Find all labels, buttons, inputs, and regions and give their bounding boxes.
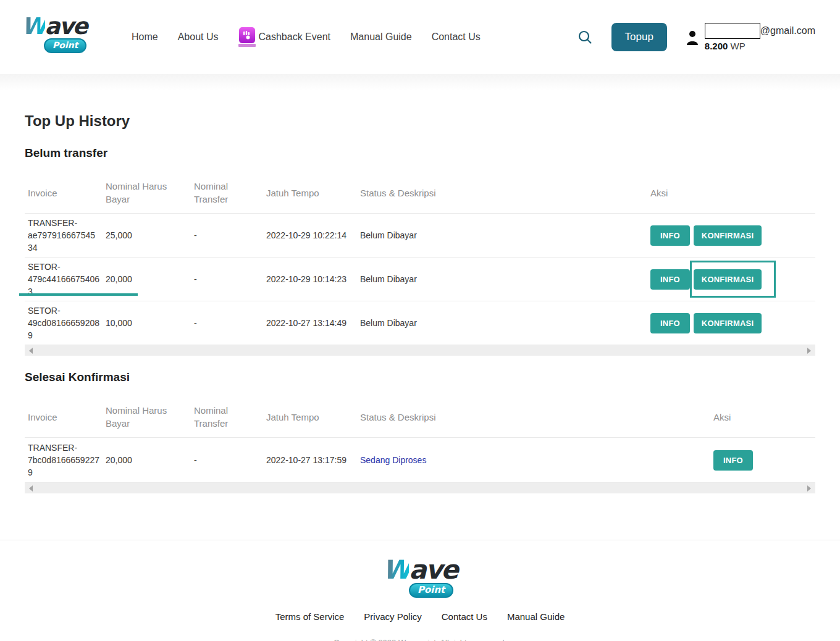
user-icon[interactable] — [686, 30, 699, 48]
nav-cashback-label: Cashback Event — [259, 31, 331, 43]
jatuh-tempo-cell: 2022-10-27 13:17:59 — [266, 455, 360, 465]
header-divider — [0, 74, 840, 93]
table-row-highlighted: SETOR-479c441666754063 20,000 - 2022-10-… — [25, 258, 815, 301]
nav-cashback-event[interactable]: Cashback Event — [238, 27, 331, 47]
topup-button[interactable]: Topup — [611, 23, 667, 51]
logo-wordmark: Wave — [22, 13, 87, 40]
nominal-harus-bayar-cell: 10,000 — [106, 318, 194, 328]
copyright-text: Copyright © 2022 Wavepoint. All rights r… — [0, 638, 840, 641]
nominal-transfer-cell: - — [194, 318, 266, 328]
nominal-transfer-cell: - — [194, 455, 266, 465]
aksi-cell: INFO KONFIRMASI — [650, 225, 815, 246]
invoice-cell: TRANSFER-7bc0d81666592279 — [25, 442, 106, 479]
nav-contact-us[interactable]: Contact Us — [432, 31, 481, 43]
email-suffix: @gmail.com — [760, 25, 815, 36]
status-cell: Belum Dibayar — [360, 230, 650, 240]
col-nominal-harus-bayar: Nominal Harus Bayar — [106, 404, 180, 430]
nominal-transfer-cell: - — [194, 274, 266, 284]
header-right-cluster: Topup @gmail.com 8.200 WP — [577, 23, 815, 51]
aksi-cell: INFO KONFIRMASI — [650, 313, 815, 333]
section-heading-belum-transfer: Belum transfer — [25, 146, 815, 160]
footer-link-manual[interactable]: Manual Guide — [507, 611, 565, 622]
nav-about-us[interactable]: About Us — [178, 31, 219, 43]
horizontal-scrollbar[interactable] — [25, 345, 815, 356]
aksi-cell: INFO KONFIRMASI — [650, 269, 815, 290]
col-aksi: Aksi — [713, 411, 815, 424]
col-invoice: Invoice — [25, 186, 106, 199]
jatuh-tempo-cell: 2022-10-29 10:22:14 — [266, 230, 360, 240]
cashback-event-icon — [238, 27, 256, 47]
logo-point-badge: Point — [44, 38, 86, 53]
konfirmasi-button[interactable]: KONFIRMASI — [694, 269, 762, 290]
table-row: TRANSFER-ae79791666754534 25,000 - 2022-… — [25, 214, 815, 258]
page-title: Top Up History — [25, 112, 815, 130]
logo-wordmark: Wave — [382, 555, 457, 585]
info-button[interactable]: INFO — [650, 269, 690, 290]
aksi-cell: INFO — [713, 450, 815, 471]
invoice-highlight-underline — [19, 293, 138, 296]
logo-point-badge: Point — [409, 583, 453, 598]
nominal-transfer-cell: - — [194, 230, 266, 240]
scroll-right-icon[interactable] — [807, 348, 811, 354]
scroll-left-icon[interactable] — [29, 485, 33, 492]
konfirmasi-button[interactable]: KONFIRMASI — [694, 313, 762, 333]
wavepoint-logo[interactable]: Wave Point — [22, 15, 94, 59]
info-button[interactable]: INFO — [650, 313, 690, 333]
konfirmasi-button[interactable]: KONFIRMASI — [694, 225, 762, 246]
nav-home[interactable]: Home — [132, 31, 158, 43]
col-nominal-harus-bayar: Nominal Harus Bayar — [106, 180, 180, 206]
footer-links: Terms of Service Privacy Policy Contact … — [0, 611, 840, 622]
col-nominal-transfer: Nominal Transfer — [194, 180, 266, 206]
nominal-harus-bayar-cell: 20,000 — [106, 455, 194, 465]
horizontal-scrollbar[interactable] — [25, 483, 815, 493]
col-nominal-transfer: Nominal Transfer — [194, 404, 266, 430]
page-footer: Wave Point Terms of Service Privacy Poli… — [0, 540, 840, 641]
invoice-cell: SETOR-479c441666754063 — [25, 261, 106, 298]
col-invoice: Invoice — [25, 411, 106, 424]
scroll-right-icon[interactable] — [807, 485, 811, 492]
status-link[interactable]: Sedang Diproses — [360, 455, 426, 465]
col-aksi: Aksi — [650, 186, 815, 199]
table-header-belum: Invoice Nominal Harus Bayar Nominal Tran… — [25, 172, 815, 214]
col-status-deskripsi: Status & Deskripsi — [360, 411, 713, 424]
col-status-deskripsi: Status & Deskripsi — [360, 186, 650, 199]
info-button[interactable]: INFO — [713, 450, 753, 471]
col-jatuh-tempo: Jatuh Tempo — [266, 411, 360, 424]
redacted-email-box — [705, 23, 760, 39]
topup-history-page: Top Up History Belum transfer Invoice No… — [0, 112, 840, 493]
status-cell: Belum Dibayar — [360, 274, 650, 284]
table-header-selesai: Invoice Nominal Harus Bayar Nominal Tran… — [25, 396, 815, 438]
search-icon[interactable] — [577, 29, 593, 45]
scroll-left-icon[interactable] — [29, 348, 33, 354]
table-row: TRANSFER-7bc0d81666592279 20,000 - 2022-… — [25, 438, 815, 483]
footer-link-terms[interactable]: Terms of Service — [275, 611, 345, 622]
section-heading-selesai-konfirmasi: Selesai Konfirmasi — [25, 371, 815, 384]
top-navbar: Wave Point Home About Us Cashback Event … — [0, 0, 840, 74]
wallet-balance: 8.200 WP — [705, 41, 815, 51]
jatuh-tempo-cell: 2022-10-27 13:14:49 — [266, 318, 360, 328]
nominal-harus-bayar-cell: 25,000 — [106, 230, 194, 240]
main-nav: Home About Us Cashback Event Manual Guid… — [132, 27, 481, 47]
table-row: SETOR-49cd081666592089 10,000 - 2022-10-… — [25, 301, 815, 345]
info-button[interactable]: INFO — [650, 225, 690, 246]
jatuh-tempo-cell: 2022-10-29 10:14:23 — [266, 274, 360, 284]
invoice-cell: SETOR-49cd081666592089 — [25, 304, 106, 342]
footer-link-privacy[interactable]: Privacy Policy — [364, 611, 421, 622]
col-jatuh-tempo: Jatuh Tempo — [266, 186, 360, 199]
invoice-cell: TRANSFER-ae79791666754534 — [25, 217, 106, 254]
footer-link-contact[interactable]: Contact Us — [442, 611, 487, 622]
account-info: @gmail.com 8.200 WP — [705, 23, 815, 51]
footer-wavepoint-logo[interactable]: Wave Point — [379, 557, 461, 598]
nominal-harus-bayar-cell: 20,000 — [106, 274, 194, 284]
status-cell: Belum Dibayar — [360, 318, 650, 328]
nav-manual-guide[interactable]: Manual Guide — [350, 31, 412, 43]
